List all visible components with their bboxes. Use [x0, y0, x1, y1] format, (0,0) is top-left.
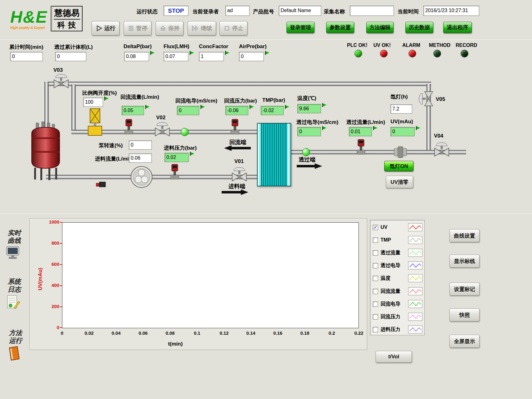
snapshot-button[interactable]: 快照: [449, 308, 480, 321]
prop-valve-input[interactable]: 100: [83, 97, 103, 107]
xenon-hours-value[interactable]: 7.2: [390, 104, 412, 114]
login-label: 当前登录者: [192, 8, 219, 15]
x-tick: 0.04: [106, 330, 126, 336]
record-led: [461, 50, 468, 57]
record-led-label: RECORD: [456, 43, 477, 48]
pause-button[interactable]: 暂停: [124, 21, 151, 35]
fullscreen-button[interactable]: 全屏显示: [449, 335, 480, 348]
sidebar-item-method-run[interactable]: 方法 运行: [7, 329, 24, 345]
perm-flow-flag-icon: [373, 126, 378, 130]
feed-flow-input[interactable]: 0.06: [129, 153, 152, 163]
x-tick: 0.18: [295, 330, 315, 336]
temperature-label: 温度(℃): [297, 95, 316, 102]
y-tick-mark: [60, 306, 62, 307]
reflux-port-label: 回流端: [229, 138, 246, 146]
x-tick: 0.06: [133, 330, 153, 336]
legend-checkbox-perm-cond[interactable]: [373, 263, 378, 268]
curve-settings-button[interactable]: 曲线设置: [449, 229, 480, 242]
show-markers-button[interactable]: 显示标线: [449, 255, 480, 268]
legend-row-temperature: 温度: [373, 274, 422, 283]
x-tick: 0.12: [214, 330, 234, 336]
reflux-pressure-label: 回流压力(bar): [224, 97, 257, 104]
resume-button[interactable]: 继续: [187, 21, 216, 35]
legend-line-sample: [408, 325, 422, 333]
flux-flag-icon: [190, 51, 194, 55]
legend-row-tmp: TMP: [373, 235, 422, 245]
reflux-flow-flag-icon: [145, 105, 150, 109]
valve-v04-icon[interactable]: [433, 142, 450, 156]
stop-button[interactable]: 停止: [219, 21, 247, 35]
login-manage-button[interactable]: 登录管理: [286, 22, 314, 33]
xenon-on-button[interactable]: 氙灯ON: [384, 161, 413, 171]
run-button[interactable]: 运行: [92, 21, 119, 35]
legend-checkbox-perm-flow[interactable]: [373, 250, 378, 256]
collect-input[interactable]: [350, 6, 394, 16]
exit-program-button[interactable]: 退出程序: [443, 22, 472, 33]
valve-v04-label: V04: [434, 133, 443, 139]
legend-label: 回流流量: [378, 288, 408, 295]
company-logo: H&E High quality & Expert 慧德易 科技: [10, 2, 88, 35]
history-data-button[interactable]: 历史数据: [405, 22, 433, 33]
batch-input[interactable]: Default Name: [279, 6, 321, 16]
chart-plot-area: [62, 222, 359, 328]
plc-led: [354, 50, 362, 57]
temperature-flag-icon: [322, 103, 327, 107]
monitor-icon[interactable]: [6, 246, 20, 260]
legend-checkbox-reflux-flow[interactable]: [373, 289, 378, 294]
play-icon: [96, 25, 102, 32]
pump-speed-input[interactable]: 0: [129, 140, 152, 150]
header-divider: [0, 39, 532, 40]
legend-checkbox-uv[interactable]: [373, 225, 378, 230]
notepad-icon[interactable]: [6, 294, 20, 310]
sidebar-item-realtime-curve[interactable]: 实时 曲线: [6, 229, 22, 245]
y-tick-mark: [60, 264, 62, 265]
valve-v05-icon[interactable]: [419, 90, 433, 107]
stop-button-label: 停止: [232, 25, 243, 32]
legend-label: 透过流量: [378, 250, 408, 256]
legend-checkbox-feed-pressure[interactable]: [373, 327, 378, 332]
login-input[interactable]: ad: [225, 6, 250, 16]
legend-label: 回流压力: [378, 314, 408, 320]
uv-zero-button[interactable]: UV清零: [386, 176, 413, 188]
reflux-flow-label: 回流流量(L/min): [120, 93, 159, 101]
legend-checkbox-reflux-cond[interactable]: [373, 302, 378, 307]
x-tick: 0: [52, 330, 72, 336]
proportional-valve-icon[interactable]: [87, 108, 103, 137]
prop-valve-label: 比例阀开度(%): [82, 89, 117, 97]
y-tick-mark: [60, 243, 62, 244]
airpre-flag-icon: [265, 51, 270, 55]
hold-button[interactable]: 保持: [156, 21, 183, 35]
reflux-cond-value: 0: [177, 106, 199, 115]
uvok-led-label: UV OK!: [373, 43, 391, 48]
total-volume-value: 0: [55, 52, 86, 61]
legend-checkbox-tmp[interactable]: [373, 238, 378, 243]
legend-label: 进料压力: [378, 326, 408, 333]
method-edit-button[interactable]: 方法编辑: [366, 22, 394, 33]
sidebar-item-system-log[interactable]: 系统 日志: [6, 278, 22, 293]
valve-v01-icon[interactable]: [231, 167, 248, 181]
total-time-label: 累计时间(min): [9, 43, 43, 51]
set-marks-button[interactable]: 设置标记: [449, 283, 480, 296]
airpre-value: 0: [239, 52, 264, 61]
y-tick-mark: [60, 222, 62, 223]
temperature-value: 9.66: [297, 104, 321, 113]
legend-line-sample: [408, 249, 422, 257]
total-time-value: 0: [10, 52, 43, 61]
membrane-module: [257, 123, 291, 186]
book-icon[interactable]: [7, 346, 21, 361]
y-tick: 200: [46, 304, 59, 309]
param-settings-button[interactable]: 参数设置: [326, 22, 354, 33]
valve-v03-icon[interactable]: [53, 74, 70, 88]
reflux-pressure-value: -0.06: [225, 106, 248, 115]
x-tick: 0.2: [322, 330, 342, 336]
uvok-led: [380, 50, 388, 57]
legend-checkbox-temperature[interactable]: [373, 276, 378, 281]
drain-sensor-icon: [96, 181, 107, 188]
valve-v02-icon[interactable]: [154, 122, 171, 136]
legend-line-sample: [408, 300, 422, 308]
concfactor-flag-icon: [225, 51, 230, 55]
legend-checkbox-reflux-pressure[interactable]: [373, 314, 378, 320]
logo-tagline: High quality & Expert: [10, 26, 47, 29]
tvol-toggle-button[interactable]: t/Vol: [376, 351, 412, 363]
legend-row-reflux-flow: 回流流量: [373, 287, 422, 296]
